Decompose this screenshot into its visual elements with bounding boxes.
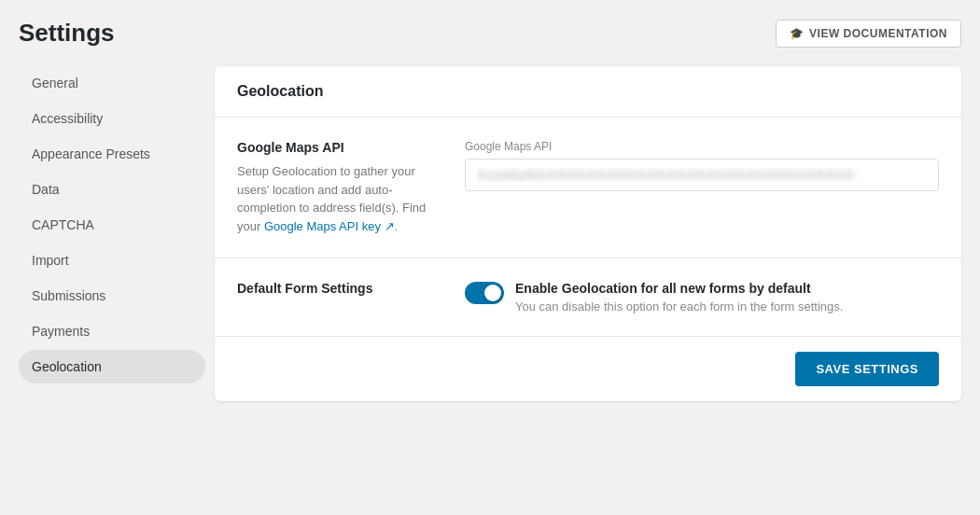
default-form-heading: Default Form Settings (237, 281, 442, 296)
external-link-icon: ↗ (385, 219, 395, 233)
save-settings-button[interactable]: SAVE SETTINGS (795, 352, 939, 386)
sidebar-item-accessibility[interactable]: Accessibility (19, 102, 205, 135)
default-form-section: Default Form Settings Enable Geolocation… (215, 258, 961, 337)
sidebar-item-label: Import (32, 253, 69, 268)
sidebar-item-appearance-presets[interactable]: Appearance Presets (19, 137, 205, 171)
content-area: Geolocation Google Maps API Setup Geoloc… (215, 66, 961, 401)
google-maps-api-key-link[interactable]: Google Maps API key ↗ (264, 219, 395, 233)
sidebar-item-label: Geolocation (32, 359, 102, 374)
sidebar-item-label: CAPTCHA (32, 217, 94, 232)
geolocation-toggle[interactable] (465, 282, 504, 304)
sidebar-item-label: Payments (32, 324, 90, 339)
default-form-label-col: Default Form Settings (237, 281, 442, 313)
toggle-description: You can disable this option for each for… (515, 299, 843, 313)
google-maps-api-input[interactable] (465, 159, 939, 191)
sidebar-item-data[interactable]: Data (19, 173, 205, 206)
sidebar-item-geolocation[interactable]: Geolocation (19, 350, 205, 383)
page-title: Settings (19, 19, 115, 48)
toggle-label: Enable Geolocation for all new forms by … (515, 281, 843, 296)
view-documentation-button[interactable]: 🎓 VIEW DOCUMENTATION (776, 20, 961, 48)
content-footer: SAVE SETTINGS (215, 337, 961, 401)
graduation-cap-icon: 🎓 (790, 27, 805, 40)
sidebar-item-label: Appearance Presets (32, 146, 150, 161)
google-maps-heading: Google Maps API (237, 140, 442, 155)
sidebar: General Accessibility Appearance Presets… (19, 66, 215, 385)
sidebar-item-general[interactable]: General (19, 66, 205, 100)
api-field-label: Google Maps API (465, 140, 939, 153)
google-maps-section: Google Maps API Setup Geolocation to gat… (215, 118, 961, 258)
sidebar-item-submissions[interactable]: Submissions (19, 279, 205, 313)
google-maps-label-col: Google Maps API Setup Geolocation to gat… (237, 140, 442, 235)
default-form-control-col: Enable Geolocation for all new forms by … (465, 281, 939, 313)
section-title: Geolocation (237, 83, 939, 100)
content-header: Geolocation (215, 66, 961, 118)
sidebar-item-label: Data (32, 182, 60, 197)
google-maps-description: Setup Geolocation to gather your users' … (237, 162, 442, 235)
toggle-text: Enable Geolocation for all new forms by … (515, 281, 843, 313)
sidebar-item-captcha[interactable]: CAPTCHA (19, 208, 205, 242)
sidebar-item-label: Submissions (32, 288, 105, 303)
sidebar-item-label: General (32, 76, 78, 90)
sidebar-item-import[interactable]: Import (19, 244, 205, 277)
google-maps-control-col: Google Maps API (465, 140, 939, 235)
view-docs-label: VIEW DOCUMENTATION (809, 27, 947, 40)
description-text-2: . (395, 219, 399, 233)
sidebar-item-payments[interactable]: Payments (19, 314, 205, 348)
sidebar-item-label: Accessibility (32, 111, 103, 126)
